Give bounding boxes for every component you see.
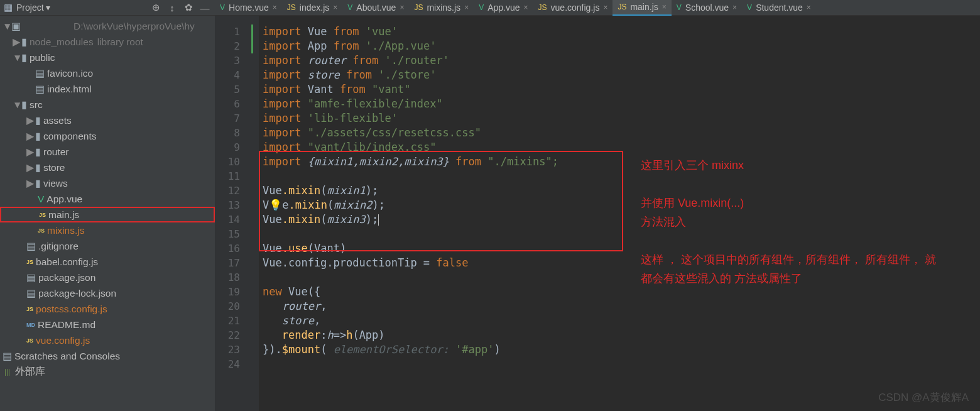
tree-scratches[interactable]: ▤Scratches and Consoles (0, 348, 215, 364)
tree-store[interactable]: ▶▮store (0, 160, 215, 175)
tab-label: mixins.js (427, 3, 460, 13)
tree-root[interactable]: ▼▣ hyperfvue D:\workVue\hyperproVue\hy (0, 18, 215, 34)
vue-icon: V (747, 3, 752, 12)
annotation-line: 方法混入 (641, 212, 942, 231)
tab-label: App.vue (487, 3, 520, 13)
tab-about-vue[interactable]: VAbout.vue× (342, 0, 409, 16)
line-number: 18 (215, 270, 250, 285)
line-number: 2 (215, 39, 250, 53)
project-tree[interactable]: ▼▣ hyperfvue D:\workVue\hyperproVue\hy ▶… (0, 16, 215, 411)
tab-main-js[interactable]: JSmain.js× (612, 0, 671, 16)
line-number: 12 (215, 184, 250, 198)
text-cursor (378, 214, 379, 226)
tab-label: School.vue (685, 3, 729, 13)
tab-label: Home.vue (229, 3, 269, 13)
line-number: 4 (215, 68, 250, 82)
close-icon[interactable]: × (333, 3, 337, 12)
tab-home-vue[interactable]: VHome.vue× (215, 0, 282, 16)
close-icon[interactable]: × (400, 3, 404, 12)
line-number: 23 (215, 342, 250, 357)
tree-node-modules[interactable]: ▶▮ node_modules library root (0, 34, 215, 50)
tree-vueconfig[interactable]: JSvue.config.js (0, 332, 215, 348)
line-number: 15 (215, 227, 250, 241)
line-number: 6 (215, 97, 250, 111)
tree-assets[interactable]: ▶▮assets (0, 112, 215, 128)
tree-components[interactable]: ▶▮components (0, 128, 215, 144)
annotation-line: 这里引入三个 mixinx (641, 156, 942, 175)
tree-babel[interactable]: JSbabel.config.js (0, 254, 215, 270)
close-icon[interactable]: × (464, 3, 469, 12)
tab-mixins-js[interactable]: JSmixins.js× (409, 0, 474, 16)
line-number: 8 (215, 126, 250, 140)
tab-label: Student.vue (756, 3, 803, 13)
js-icon: JS (618, 3, 626, 11)
tab-label: main.js (630, 2, 658, 12)
line-gutter: 123456789101112131415161718192021222324 (215, 16, 250, 411)
tree-external[interactable]: ⫼外部库 (0, 364, 215, 380)
line-number: 13 (215, 198, 250, 212)
line-number: 3 (215, 53, 250, 68)
line-number: 22 (215, 328, 250, 342)
target-icon[interactable]: ⊕ (150, 1, 162, 14)
close-icon[interactable]: × (732, 3, 737, 12)
tree-packagejson[interactable]: ▤package.json (0, 270, 215, 285)
close-icon[interactable]: × (273, 3, 277, 12)
line-number: 1 (215, 25, 250, 39)
close-icon[interactable]: × (662, 3, 667, 11)
line-number: 7 (215, 111, 250, 126)
js-icon: JS (287, 3, 296, 12)
js-icon: JS (414, 3, 423, 12)
line-number: 21 (215, 314, 250, 328)
close-icon[interactable]: × (807, 3, 811, 12)
close-icon[interactable]: × (524, 3, 528, 12)
vue-icon: V (220, 3, 225, 12)
tree-src[interactable]: ▼▮src (0, 97, 215, 112)
line-number: 19 (215, 285, 250, 299)
vue-icon: V (347, 3, 352, 12)
line-number: 16 (215, 241, 250, 256)
annotation-overlay: 这里引入三个 mixinx 并使用 Vue.mixin(...) 方法混入 这样… (641, 156, 942, 288)
tab-label: vue.config.js (551, 3, 600, 13)
tree-postcss[interactable]: JSpostcss.config.js (0, 301, 215, 317)
tab-label: index.js (300, 3, 329, 13)
settings-icon[interactable]: ✿ (182, 1, 195, 14)
vue-icon: V (479, 3, 484, 12)
fold-bar (250, 16, 259, 411)
line-number: 11 (215, 169, 250, 184)
hide-icon[interactable]: — (199, 1, 211, 14)
tab-label: About.vue (356, 3, 396, 13)
tree-packagelock[interactable]: ▤package-lock.json (0, 285, 215, 301)
vue-icon: V (677, 3, 682, 12)
bulb-icon[interactable]: 💡 (269, 199, 282, 211)
tab-student-vue[interactable]: VStudent.vue× (742, 0, 816, 16)
annotation-line: 并使用 Vue.mixin(...) (641, 194, 942, 212)
tab-vue-config-js[interactable]: JSvue.config.js× (533, 0, 613, 16)
project-icon: ▦ (4, 2, 13, 13)
line-number: 20 (215, 299, 250, 314)
tab-school-vue[interactable]: VSchool.vue× (672, 0, 742, 16)
project-sidebar: ▦ Project ▾ ⊕ ↕ ✿ — ▼▣ hyperfvue D:\work… (0, 0, 215, 411)
expand-icon[interactable]: ↕ (166, 1, 178, 14)
annotation-line: 这样 ， 这个项目中的所有组件，所有组件， 所有组件， 就都会有这些混入的 方法… (641, 250, 942, 288)
tab-app-vue[interactable]: VApp.vue× (474, 0, 533, 16)
line-number: 10 (215, 155, 250, 169)
editor-tabs: VHome.vue×JSindex.js×VAbout.vue×JSmixins… (215, 0, 980, 16)
watermark: CSDN @A黄俊辉A (878, 390, 969, 405)
tree-router[interactable]: ▶▮router (0, 144, 215, 160)
js-icon: JS (538, 3, 547, 12)
close-icon[interactable]: × (603, 3, 607, 12)
line-number: 17 (215, 256, 250, 270)
line-number: 24 (215, 357, 250, 371)
editor-area: VHome.vue×JSindex.js×VAbout.vue×JSmixins… (215, 0, 980, 411)
line-number: 5 (215, 82, 250, 97)
tree-gitignore[interactable]: ▤.gitignore (0, 238, 215, 254)
line-number: 14 (215, 212, 250, 227)
tab-index-js[interactable]: JSindex.js× (282, 0, 343, 16)
tree-public[interactable]: ▼▮public (0, 50, 215, 65)
line-number: 9 (215, 140, 250, 155)
tree-views[interactable]: ▶▮views (0, 175, 215, 191)
tree-readme[interactable]: MDREADME.md (0, 317, 215, 332)
